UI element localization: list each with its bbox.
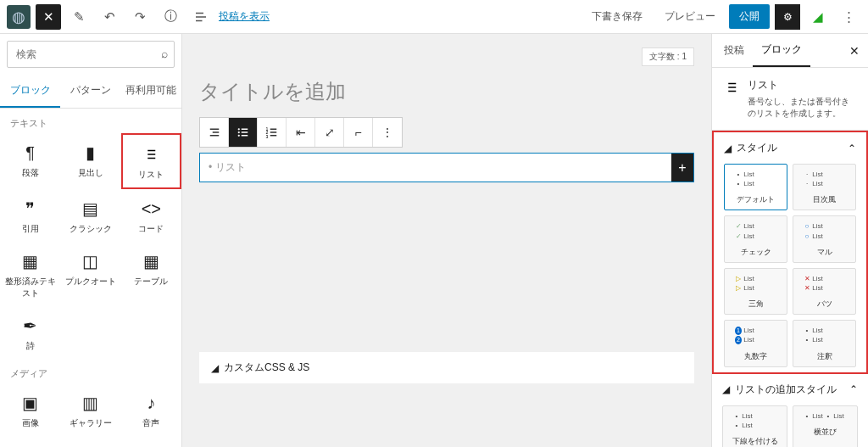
style-circle[interactable]: ○ List○ Listマル [793, 215, 856, 262]
chevron-up-icon: ⌃ [849, 383, 858, 395]
search-icon: ⌕ [161, 47, 168, 60]
view-post-link[interactable]: 投稿を表示 [219, 9, 270, 24]
svg-point-0 [237, 128, 239, 130]
more-icon[interactable]: ⋮ [836, 4, 861, 30]
category-media: メディア [0, 359, 181, 383]
block-list[interactable]: リスト [121, 133, 181, 189]
svg-text:3: 3 [265, 134, 268, 139]
style-cross[interactable]: ✕ List✕ Listバツ [793, 268, 856, 315]
style-note[interactable]: • List• List注釈 [793, 320, 856, 366]
block-heading[interactable]: ▮見出し [60, 133, 120, 189]
block-pullquote[interactable]: ◫プルクオート [60, 242, 120, 306]
close-sidebar-icon[interactable]: ✕ [844, 39, 865, 63]
block-preformatted[interactable]: ▦整形済みテキスト [0, 242, 60, 306]
chevron-up-icon: ⌃ [848, 142, 856, 154]
search-input[interactable] [7, 41, 175, 68]
toolbar-outdent-icon[interactable]: ⇤ [287, 118, 315, 147]
block-file[interactable]: 🗀 [60, 436, 120, 447]
style-toc[interactable]: · List· List目次風 [793, 164, 856, 210]
tab-block[interactable]: ブロック [753, 34, 810, 67]
list-item-input[interactable]: • リスト [200, 154, 671, 182]
custom-css-panel[interactable]: ◢カスタムCSS & JS [199, 352, 694, 383]
outline-icon[interactable] [188, 4, 214, 30]
list-icon [724, 78, 739, 120]
preview-button[interactable]: プレビュー [656, 4, 724, 29]
tab-blocks[interactable]: ブロック [0, 75, 60, 108]
toolbar-align-icon[interactable]: ⤢ [315, 118, 344, 147]
block-code[interactable]: <>コード [121, 189, 181, 242]
block-inserter-panel: ⌕ ブロック パターン 再利用可能 テキスト ¶段落 ▮見出し リスト ❞引用 … [0, 34, 182, 447]
block-classic[interactable]: ▤クラシック [60, 189, 120, 242]
leaf-icon: ◢ [722, 383, 730, 395]
publish-button[interactable]: 公開 [729, 4, 770, 29]
block-gallery[interactable]: ▥ギャラリー [60, 383, 120, 436]
post-title[interactable]: タイトルを追加 [199, 70, 694, 117]
toolbar-format-icon[interactable]: ⌐ [344, 118, 373, 147]
undo-icon[interactable]: ↶ [97, 4, 122, 30]
block-desc: 番号なし、または番号付きのリストを作成します。 [748, 96, 856, 120]
word-count: 文字数 : 1 [642, 47, 694, 66]
style-underline[interactable]: • List• List下線を付ける [722, 405, 787, 448]
toolbar-ol-icon[interactable]: 123 [258, 118, 287, 147]
tab-patterns[interactable]: パターン [60, 75, 120, 108]
edit-icon[interactable]: ✎ [66, 4, 92, 30]
block-image[interactable]: ▣画像 [0, 383, 60, 436]
style-horizontal[interactable]: • List • List横並び [793, 405, 858, 448]
block-paragraph[interactable]: ¶段落 [0, 133, 60, 189]
category-text: テキスト [0, 109, 181, 133]
tab-post[interactable]: 投稿 [715, 35, 753, 66]
tab-reusable[interactable]: 再利用可能 [121, 75, 181, 108]
list-block[interactable]: • リスト + [199, 153, 694, 182]
editor-canvas: 文字数 : 1 タイトルを追加 123 ⇤ ⤢ ⌐ ⋮ • リスト + ◢カスタ… [182, 34, 711, 447]
leaf-icon: ◢ [724, 142, 732, 154]
site-logo[interactable]: ◍ [7, 5, 31, 29]
leaf-icon: ◢ [211, 362, 219, 374]
save-draft-button[interactable]: 下書き保存 [583, 4, 651, 29]
block-cover[interactable]: ▬ [0, 436, 60, 447]
info-icon[interactable]: ⓘ [158, 4, 183, 30]
block-toolbar: 123 ⇤ ⤢ ⌐ ⋮ [199, 117, 403, 148]
block-name: リスト [748, 78, 856, 92]
jetpack-icon[interactable]: ◢ [805, 4, 831, 30]
svg-point-2 [237, 135, 239, 137]
block-quote[interactable]: ❞引用 [0, 189, 60, 242]
block-verse[interactable]: ✒詩 [0, 306, 60, 359]
toolbar-transform-icon[interactable] [200, 118, 229, 147]
style-default[interactable]: • List• Listデフォルト [724, 164, 787, 210]
style-numbered[interactable]: 1 List2 List丸数字 [724, 320, 787, 366]
toolbar-more-icon[interactable]: ⋮ [373, 118, 402, 147]
style-panel: ◢スタイル⌃ • List• Listデフォルト · List· List目次風… [712, 131, 868, 374]
settings-icon[interactable]: ⚙ [775, 4, 800, 30]
style-triangle[interactable]: ▷ List▷ List三角 [724, 268, 787, 315]
style-check[interactable]: ✓ List✓ Listチェック [724, 215, 787, 262]
add-block-button[interactable]: + [671, 154, 693, 182]
settings-sidebar: 投稿 ブロック ✕ リスト 番号なし、または番号付きのリストを作成します。 ◢ス… [711, 34, 868, 447]
close-button[interactable]: ✕ [36, 4, 61, 30]
block-table[interactable]: ▦テーブル [121, 242, 181, 306]
block-audio[interactable]: ♪音声 [121, 383, 181, 436]
redo-icon[interactable]: ↷ [127, 4, 153, 30]
toolbar-ul-icon[interactable] [229, 118, 258, 147]
svg-point-1 [237, 131, 239, 133]
additional-style-panel: ◢リストの追加スタイル⌃ • List• List下線を付ける • List •… [712, 374, 868, 448]
